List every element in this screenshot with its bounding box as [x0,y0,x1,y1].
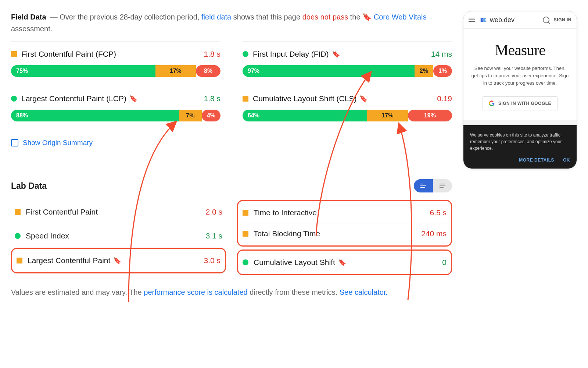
lab-metric-name: Largest Contentful Paint 🔖 [28,256,198,265]
lab-row: Largest Contentful Paint 🔖 3.0 s [15,250,222,271]
status-icon [243,231,248,237]
menu-icon[interactable] [469,18,475,22]
dist-segment: 8% [196,65,220,77]
checkbox-icon[interactable] [11,139,18,146]
lab-row: Time to Interactive 6.5 s [241,202,448,223]
device-preview: web.dev SIGN IN Measure See how well you… [463,11,577,169]
cookie-ok[interactable]: OK [563,157,570,163]
bookmark-icon: 🔖 [359,95,368,103]
google-icon [489,100,495,106]
measure-title: Measure [471,41,569,59]
lab-row: First Contentful Paint 2.0 s [11,200,226,224]
dist-segment: 19% [408,110,452,121]
cookie-more-details[interactable]: MORE DETAILS [519,157,554,163]
status-icon [11,51,17,57]
field-data-intro: Field Data — Over the previous 28-day co… [11,11,452,35]
distribution-bar: 88%7%4% [11,110,220,121]
lab-metric-name: Speed Index [26,231,200,240]
core-web-vitals-link[interactable]: Core Web Vitals [374,13,427,21]
bookmark-icon: 🔖 [338,258,346,266]
dist-segment: 75% [11,65,155,77]
sign-in-link[interactable]: SIGN IN [554,17,571,22]
lab-metric-name: First Contentful Paint [26,208,200,216]
lab-metric-name: Cumulative Layout Shift 🔖 [254,258,437,267]
dist-segment: 97% [243,65,415,77]
metric: Largest Contentful Paint (LCP) 🔖 1.8 s 8… [11,86,220,130]
lab-data-heading: Lab Data [11,181,47,191]
distribution-bar: 97%2%1% [243,65,452,77]
assessment-fail: does not pass [302,13,348,21]
lab-row: Speed Index 3.1 s [11,224,226,248]
status-icon [243,210,248,216]
dist-segment: 7% [179,110,202,121]
dist-segment: 1% [433,65,452,77]
metric: Cumulative Layout Shift (CLS) 🔖 0.19 64%… [243,86,452,130]
status-icon [243,96,248,102]
lab-metric-value: 3.0 s [204,256,220,265]
lab-row: Cumulative Layout Shift 🔖 0 [241,252,448,273]
status-icon [11,96,17,102]
dist-segment: 17% [367,110,408,121]
lab-row: Total Blocking Time 240 ms [241,223,448,244]
bookmark-icon: 🔖 [362,13,372,21]
search-icon[interactable] [543,17,549,23]
lab-metric-name: Time to Interactive [254,208,424,217]
lab-metric-value: 6.5 s [430,208,447,217]
webdev-logo[interactable]: web.dev [480,16,514,24]
lab-metric-name: Total Blocking Time [254,229,416,238]
status-icon [17,258,22,263]
metric-name: First Contentful Paint (FCP) [21,50,199,59]
lab-data-grid: First Contentful Paint 2.0 s Speed Index… [11,200,452,275]
metric-name: Cumulative Layout Shift (CLS) 🔖 [253,94,433,103]
metric: First Contentful Paint (FCP) 1.8 s 75%17… [11,41,220,86]
status-icon [15,209,21,215]
metric-name: First Input Delay (FID) 🔖 [253,50,427,59]
see-calculator-link[interactable]: See calculator. [340,288,388,296]
field-data-link[interactable]: field data [201,13,231,21]
metric-name: Largest Contentful Paint (LCP) 🔖 [21,94,199,103]
metric-value: 14 ms [431,50,452,59]
metric-value: 1.8 s [204,50,220,59]
toggle-compact[interactable] [433,179,452,192]
lab-footer: Values are estimated and may vary. The p… [11,286,452,298]
show-origin-summary[interactable]: Show Origin Summary [11,132,452,153]
highlight-box: Largest Contentful Paint 🔖 3.0 s [11,248,226,273]
cookie-banner: We serve cookies on this site to analyze… [463,125,577,169]
measure-desc: See how well your website performs. Then… [471,65,569,87]
field-metrics-grid: First Contentful Paint (FCP) 1.8 s 75%17… [11,41,452,130]
dist-segment: 17% [155,65,196,77]
highlight-box: Time to Interactive 6.5 s Total Blocking… [237,200,452,247]
bookmark-icon: 🔖 [129,95,137,103]
view-toggle[interactable] [414,179,452,192]
bookmark-icon: 🔖 [332,50,340,58]
metric-value: 1.8 s [204,94,220,103]
bookmark-icon: 🔖 [113,256,121,265]
dist-segment: 4% [202,110,220,121]
dist-segment: 88% [11,110,179,121]
status-icon [15,233,21,239]
dist-segment: 2% [415,65,433,77]
lab-metric-value: 3.1 s [205,231,222,240]
status-icon [243,51,248,57]
highlight-box: Cumulative Layout Shift 🔖 0 [237,250,452,275]
metric-value: 0.19 [437,94,452,103]
lab-metric-value: 0 [442,258,447,267]
dist-segment: 64% [243,110,367,121]
toggle-detailed[interactable] [414,179,433,192]
distribution-bar: 75%17%8% [11,65,220,77]
status-icon [243,259,248,265]
lab-metric-value: 240 ms [421,229,447,238]
lab-metric-value: 2.0 s [205,208,222,216]
metric: First Input Delay (FID) 🔖 14 ms 97%2%1% [243,41,452,86]
distribution-bar: 64%17%19% [243,110,452,121]
perf-score-link[interactable]: performance score is calculated [144,288,247,296]
sign-in-google-button[interactable]: SIGN IN WITH GOOGLE [483,96,557,110]
field-data-title: Field Data [11,13,46,21]
